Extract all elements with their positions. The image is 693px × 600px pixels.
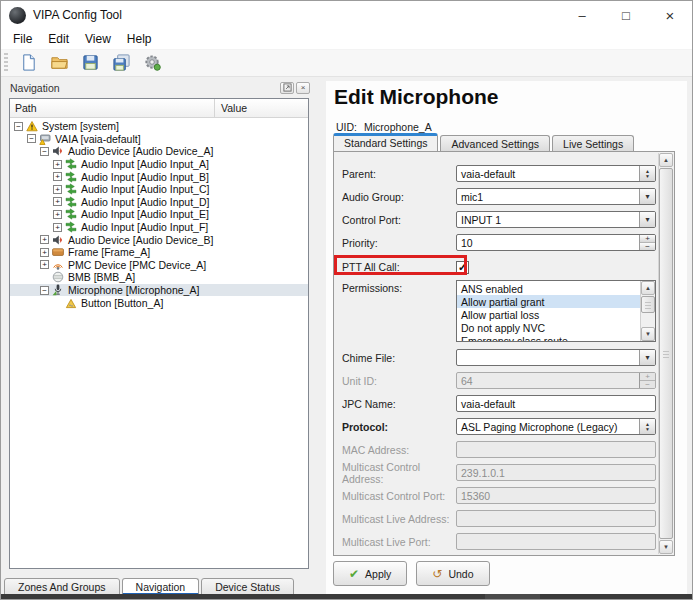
tree-row[interactable]: −VAIA [vaia-default] xyxy=(10,133,308,146)
tree-row[interactable]: +PMC Device [PMC Device_A] xyxy=(10,259,308,272)
apply-button[interactable]: ✔Apply xyxy=(333,561,407,586)
spin-buttons[interactable]: +− xyxy=(639,373,655,388)
multicast-control-port-input[interactable]: 15360 xyxy=(456,487,656,504)
unit-id-spin[interactable]: 64+− xyxy=(456,372,656,389)
expander-minus-icon[interactable]: − xyxy=(27,134,36,143)
multicast-control-address-input[interactable]: 239.1.0.1 xyxy=(456,464,656,481)
minimize-button[interactable]: – xyxy=(560,1,604,29)
close-button[interactable]: × xyxy=(648,1,692,29)
dropdown-arrow-icon[interactable]: ▾ xyxy=(639,189,655,204)
audio-input-icon xyxy=(65,158,77,170)
expander-minus-icon[interactable]: − xyxy=(40,147,49,156)
audio-group-dropdown[interactable]: mic1▾ xyxy=(456,188,656,205)
control-port-dropdown[interactable]: INPUT 1▾ xyxy=(456,211,656,228)
expander-plus-icon[interactable]: + xyxy=(53,223,62,232)
jpc-name-input[interactable]: vaia-default xyxy=(456,395,656,412)
tree-row[interactable]: −System [system] xyxy=(10,120,308,133)
navigation-dock: Navigation × Path Value −System [system]… xyxy=(6,79,314,577)
tree-row[interactable]: −Microphone [Microphone_A] xyxy=(10,284,308,297)
tree-row[interactable]: +Audio Device [Audio Device_B] xyxy=(10,233,308,246)
dock-close-button[interactable]: × xyxy=(296,82,310,94)
tab-live-settings[interactable]: Live Settings xyxy=(552,135,634,151)
chime-file-dropdown[interactable]: ▾ xyxy=(456,349,656,366)
menu-help[interactable]: Help xyxy=(119,30,160,48)
menu-edit[interactable]: Edit xyxy=(40,30,77,48)
device-warning-icon xyxy=(39,133,51,145)
list-option[interactable]: Emergency class route xyxy=(457,334,640,341)
scrollbar-thumb[interactable] xyxy=(641,296,655,313)
field-label: Control Port: xyxy=(342,214,456,226)
listbox-scrollbar[interactable]: ▲▼ xyxy=(640,281,655,341)
list-option[interactable]: Allow partial grant xyxy=(457,295,640,308)
field-value xyxy=(457,534,655,549)
expander-minus-icon[interactable]: − xyxy=(40,286,49,295)
list-option[interactable]: Do not apply NVC xyxy=(457,321,640,334)
dropdown-arrow-icon[interactable]: ▾ xyxy=(639,212,655,227)
save-all-button[interactable] xyxy=(109,52,133,74)
audio-input-icon xyxy=(65,196,77,208)
speaker-icon xyxy=(52,145,64,157)
updown-button[interactable]: ▲▼ xyxy=(639,419,655,434)
spin-minus-icon[interactable]: − xyxy=(640,381,655,388)
toolbar-grip[interactable] xyxy=(4,53,8,73)
expander-plus-icon[interactable]: + xyxy=(53,210,62,219)
settings-gear-button[interactable] xyxy=(140,52,164,74)
tree-row[interactable]: +Audio Input [Audio Input_A] xyxy=(10,158,308,171)
dropdown-arrow-icon[interactable]: ▾ xyxy=(639,350,655,365)
field-label: Permissions: xyxy=(342,280,456,294)
expander-plus-icon[interactable]: + xyxy=(40,248,49,257)
list-option[interactable]: Allow partial loss xyxy=(457,308,640,321)
protocol-updown[interactable]: ASL Paging Microphone (Legacy)▲▼ xyxy=(456,418,656,435)
open-folder-button[interactable] xyxy=(47,52,71,74)
multicast-live-port-input[interactable] xyxy=(456,533,656,550)
expander-plus-icon[interactable]: + xyxy=(53,160,62,169)
tree-row[interactable]: +Audio Input [Audio Input_C] xyxy=(10,183,308,196)
expander-minus-icon[interactable]: − xyxy=(14,122,23,131)
tree-row[interactable]: +Audio Input [Audio Input_D] xyxy=(10,196,308,209)
column-header-path[interactable]: Path xyxy=(10,99,215,117)
tab-advanced-settings[interactable]: Advanced Settings xyxy=(440,135,550,151)
scrollbar-thumb[interactable] xyxy=(659,168,673,539)
tree-row[interactable]: +Audio Input [Audio Input_E] xyxy=(10,208,308,221)
expander-plus-icon[interactable]: + xyxy=(40,260,49,269)
expander-plus-icon[interactable]: + xyxy=(53,172,62,181)
scroll-up-icon[interactable]: ▲ xyxy=(641,281,655,295)
expander-plus-icon[interactable]: + xyxy=(53,185,62,194)
spin-minus-icon[interactable]: − xyxy=(640,243,655,250)
mac-address-input[interactable] xyxy=(456,441,656,458)
ptt-all-call-checkbox[interactable]: ✓ xyxy=(456,261,469,274)
list-option[interactable]: ANS enabled xyxy=(457,282,640,295)
pane-scrollbar[interactable]: ▲ ▼ xyxy=(658,153,673,554)
column-header-value[interactable]: Value xyxy=(215,99,308,117)
new-file-button[interactable] xyxy=(16,52,40,74)
menu-view[interactable]: View xyxy=(77,30,119,48)
tree-item-label: Audio Device [Audio Device_B] xyxy=(68,234,213,246)
tab-standard-settings[interactable]: Standard Settings xyxy=(333,133,438,151)
save-button[interactable] xyxy=(78,52,102,74)
field-value: ASL Paging Microphone (Legacy) xyxy=(457,419,639,434)
parent-updown[interactable]: vaia-default▲▼ xyxy=(456,165,656,182)
tree-row[interactable]: −Audio Device [Audio Device_A] xyxy=(10,145,308,158)
tree-rows: −System [system]−VAIA [vaia-default]−Aud… xyxy=(10,118,308,309)
spin-buttons[interactable]: +− xyxy=(639,235,655,250)
tree-row[interactable]: Button [Button_A] xyxy=(10,296,308,309)
expander-plus-icon[interactable]: + xyxy=(40,235,49,244)
multicast-live-address-input[interactable] xyxy=(456,510,656,527)
dock-float-button[interactable] xyxy=(280,82,294,94)
priority-spin[interactable]: 10+− xyxy=(456,234,656,251)
tree-row[interactable]: +Frame [Frame_A] xyxy=(10,246,308,259)
tree-row[interactable]: +Audio Input [Audio Input_F] xyxy=(10,221,308,234)
scroll-down-icon[interactable]: ▼ xyxy=(659,540,673,554)
scroll-up-icon[interactable]: ▲ xyxy=(659,153,673,167)
field-value: mic1 xyxy=(457,189,639,204)
expander-plus-icon[interactable]: + xyxy=(53,197,62,206)
menu-file[interactable]: File xyxy=(5,30,40,48)
tree-row[interactable]: +Audio Input [Audio Input_B] xyxy=(10,170,308,183)
scroll-down-icon[interactable]: ▼ xyxy=(641,327,655,341)
tree-row[interactable]: BMB [BMB_A] xyxy=(10,271,308,284)
permissions-listbox[interactable]: ANS enabledAllow partial grantAllow part… xyxy=(456,280,656,342)
field-row-multicast-control-address: Multicast Control Address:239.1.0.1 xyxy=(342,461,657,484)
updown-button[interactable]: ▲▼ xyxy=(639,166,655,181)
undo-button[interactable]: ↺Undo xyxy=(416,561,489,586)
maximize-button[interactable]: □ xyxy=(604,1,648,29)
